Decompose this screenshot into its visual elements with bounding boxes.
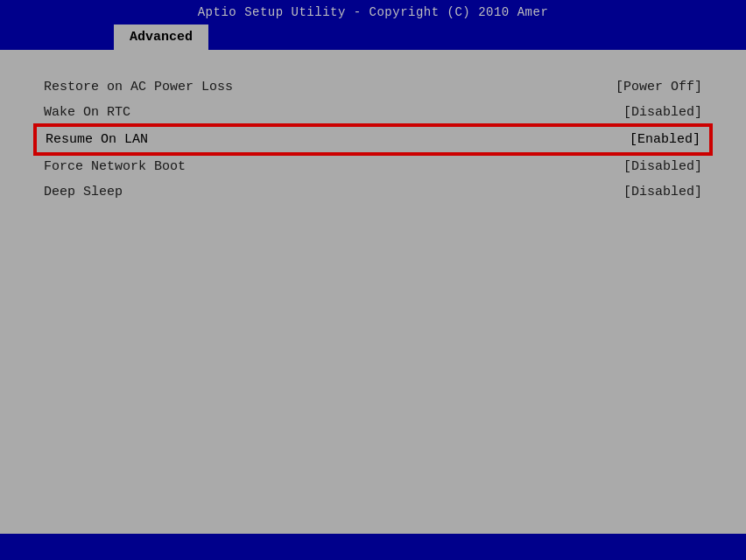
menu-item-force-network-boot-label: Force Network Boot	[44, 159, 186, 174]
title-text: Aptio Setup Utility - Copyright (C) 2010…	[198, 5, 549, 19]
menu-item-resume-lan-label: Resume On LAN	[46, 132, 148, 147]
menu-item-deep-sleep-label: Deep Sleep	[44, 185, 123, 200]
menu-item-resume-lan-value: [Enabled]	[630, 132, 700, 147]
menu-item-deep-sleep[interactable]: Deep Sleep [Disabled]	[35, 179, 711, 205]
menu-item-wake-rtc-label: Wake On RTC	[44, 105, 130, 120]
menu-item-deep-sleep-value: [Disabled]	[623, 185, 702, 200]
menu-item-wake-rtc-value: [Disabled]	[623, 105, 702, 120]
tab-advanced[interactable]: Advanced	[114, 24, 208, 50]
menu-item-resume-lan[interactable]: Resume On LAN [Enabled]	[35, 125, 711, 154]
menu-item-force-network-boot[interactable]: Force Network Boot [Disabled]	[35, 154, 711, 179]
menu-item-force-network-boot-value: [Disabled]	[623, 159, 702, 174]
title-bar: Aptio Setup Utility - Copyright (C) 2010…	[0, 0, 746, 24]
menu-item-restore-ac-value: [Power Off]	[616, 80, 702, 94]
bottom-panel	[0, 534, 746, 560]
main-content: Restore on AC Power Loss [Power Off] Wak…	[0, 50, 746, 534]
menu-item-restore-ac[interactable]: Restore on AC Power Loss [Power Off]	[35, 74, 711, 100]
menu-item-restore-ac-label: Restore on AC Power Loss	[44, 80, 233, 94]
tab-advanced-label: Advanced	[130, 30, 193, 45]
menu-item-wake-rtc[interactable]: Wake On RTC [Disabled]	[35, 100, 711, 125]
tab-bar: Advanced	[0, 24, 746, 50]
